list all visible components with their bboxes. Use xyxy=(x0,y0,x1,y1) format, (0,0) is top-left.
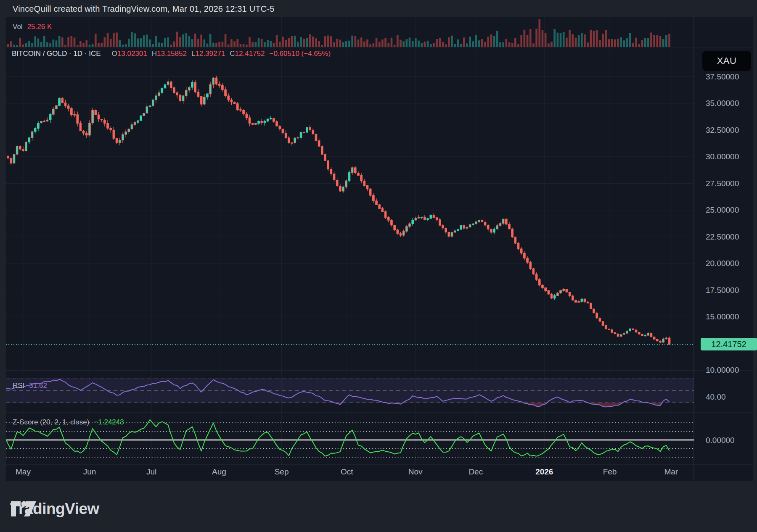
time-axis-label: Aug xyxy=(212,467,226,477)
price-tick-label: 32.50000 xyxy=(706,126,739,135)
rsi-legend[interactable]: RSI 31.62 xyxy=(13,382,47,390)
price-tick-label: 17.50000 xyxy=(706,286,739,295)
ohlc-close: C12.41752 xyxy=(230,50,265,58)
rsi-axis-tick: 40.00 xyxy=(706,392,726,402)
symbol-legend[interactable]: BITCOIN / GOLD · 1D · ICE O13.02301 H13.… xyxy=(12,50,331,58)
zscore-label: Z-Score (20, 2, 1, close) xyxy=(13,418,89,427)
price-tick-label: 35.00000 xyxy=(706,99,739,108)
tradingview-published-chart: VinceQuill created with TradingView.com,… xyxy=(0,0,757,532)
volume-value: 25.26 K xyxy=(27,23,52,31)
rsi-label: RSI xyxy=(13,382,24,390)
time-axis-label: Oct xyxy=(341,467,353,477)
time-axis-label: Jun xyxy=(83,467,96,477)
chart-attribution-header: VinceQuill created with TradingView.com,… xyxy=(13,4,275,14)
time-axis-label: 2026 xyxy=(535,467,553,477)
price-tick-label: 10.00000 xyxy=(706,366,739,375)
last-price-badge: 12.41752 xyxy=(701,338,757,350)
time-axis-label: May xyxy=(16,467,31,477)
chart-panel[interactable]: Vol 25.26 K BITCOIN / GOLD · 1D · ICE O1… xyxy=(6,17,753,481)
price-tick-label: 15.00000 xyxy=(706,312,739,321)
time-axis-label: Jul xyxy=(146,467,156,477)
time-axis-label: Mar xyxy=(664,467,678,477)
zscore-axis-tick: 0.00000 xyxy=(706,436,735,445)
chart-canvas[interactable] xyxy=(6,17,753,481)
price-tick-label: 25.00000 xyxy=(706,205,739,215)
price-scale-unit-badge[interactable]: XAU xyxy=(702,51,751,71)
ohlc-high: H13.15852 xyxy=(152,50,187,58)
change-value: −0.60510 (−4.65%) xyxy=(269,50,331,58)
tradingview-logo-icon xyxy=(10,500,37,518)
time-axis-label: Dec xyxy=(468,467,483,477)
tradingview-logo[interactable]: TradingView xyxy=(10,500,99,518)
zscore-value: −1.24243 xyxy=(94,418,124,427)
time-axis-label: Feb xyxy=(603,467,617,477)
ohlc-low: L12.39271 xyxy=(191,50,225,58)
volume-label: Vol xyxy=(13,23,23,31)
ohlc-open: O13.02301 xyxy=(112,50,147,58)
volume-legend[interactable]: Vol 25.26 K xyxy=(13,23,52,31)
price-tick-label: 22.50000 xyxy=(706,232,739,242)
price-tick-label: 30.00000 xyxy=(706,152,739,161)
time-axis-label: Sep xyxy=(275,467,289,477)
price-tick-label: 20.00000 xyxy=(706,259,739,268)
price-tick-label: 27.50000 xyxy=(706,179,739,188)
zscore-legend[interactable]: Z-Score (20, 2, 1, close) −1.24243 xyxy=(13,418,124,427)
symbol-title: BITCOIN / GOLD · 1D · ICE xyxy=(12,50,101,58)
time-axis-label: Nov xyxy=(408,467,423,477)
rsi-value: 31.62 xyxy=(29,382,47,390)
price-tick-label: 37.50000 xyxy=(706,72,739,82)
